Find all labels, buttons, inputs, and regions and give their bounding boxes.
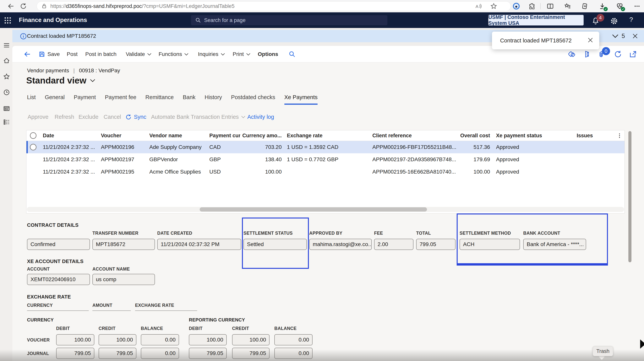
scrollbar-thumb[interactable] [200,207,427,212]
functions-menu-button[interactable]: Functions [158,50,188,59]
col-currency-amount[interactable]: Currency amo... [240,130,282,141]
command-search-icon[interactable] [288,50,296,59]
extensions-icon[interactable] [528,2,536,10]
inquiries-menu-button[interactable]: Inquiries [198,50,225,59]
browser-back-icon[interactable] [7,2,15,10]
page-back-button[interactable] [24,50,31,59]
col-vendor-name[interactable]: Vendor name [149,130,208,141]
contract-status-field[interactable]: Confirmed [27,239,90,250]
approved-by-field[interactable]: mahima.rastogi@xe.co... [309,239,372,250]
date-created-field[interactable]: 11/21/2024 02:37:32 PM [157,239,241,250]
dynamics-icon[interactable] [583,50,591,59]
journal-rep-balance-field[interactable]: 0.00 [274,348,312,359]
company-picker[interactable]: USMF | Contoso Entertainment System USA [488,15,584,25]
toast-close-icon[interactable] [587,37,594,44]
waffle-icon[interactable] [4,16,12,25]
journal-rep-debit-field[interactable]: 799.05 [189,348,227,359]
tab-history[interactable]: History [204,94,222,105]
post-in-batch-button[interactable]: Post in batch [85,50,116,59]
modules-list-icon[interactable] [3,118,10,126]
voucher-rep-balance-field[interactable]: 0.00 [274,334,312,345]
table-row[interactable]: 11/21/2024 2:37:32 ... APPM002196 Ade Su… [26,141,624,153]
table-row[interactable]: 11/21/2024 2:37:32 ... APPM002197 GBPVen… [26,153,624,166]
home-icon[interactable] [3,57,10,65]
message-bar-close-icon[interactable] [632,33,638,40]
activity-log-button[interactable]: Activity log [247,114,274,120]
attachments-paperclip-icon[interactable]: 0 [597,50,605,59]
workspaces-icon[interactable] [3,105,10,112]
print-menu-button[interactable]: Print [233,50,250,59]
voucher-debit-field[interactable]: 100.00 [56,334,94,345]
gear-icon[interactable] [610,17,618,26]
col-issues[interactable]: Issues [550,130,593,141]
password-manager-icon[interactable] [512,2,520,10]
cancel-button[interactable]: Cancel [104,114,121,120]
tab-bank[interactable]: Bank [183,94,196,105]
voucher-rep-credit-field[interactable]: 100.00 [232,334,270,345]
journal-rep-credit-field[interactable]: 799.05 [232,348,270,359]
account-field[interactable]: XEMT0220406910 [27,274,90,285]
post-button[interactable]: Post [67,50,78,59]
journal-credit-field[interactable]: 799.05 [98,348,136,359]
col-exchange-rate[interactable]: Exchange rate [287,130,366,141]
page-vertical-scrollbar[interactable] [628,131,632,262]
message-bar-chevron-icon[interactable] [612,34,618,39]
col-voucher[interactable]: Voucher [101,130,148,141]
favorite-star-icon[interactable] [490,3,497,10]
split-screen-icon[interactable] [546,2,554,10]
tab-payment-fee[interactable]: Payment fee [105,94,136,105]
tab-xe-payments[interactable]: Xe Payments [284,94,318,105]
tab-remittance[interactable]: Remittance [146,94,174,105]
journal-balance-field[interactable]: 0.00 [141,348,179,359]
voucher-rep-debit-field[interactable]: 100.00 [189,334,227,345]
hamburger-menu-icon[interactable] [3,41,10,49]
col-date[interactable]: Date [43,130,100,141]
browser-refresh-icon[interactable] [20,2,27,10]
browser-essentials-icon[interactable] [616,2,624,10]
transfer-number-field[interactable]: MPT185672 [92,239,155,250]
browser-more-icon[interactable] [633,2,641,10]
recent-clock-icon[interactable] [3,88,10,96]
open-in-new-window-icon[interactable] [629,50,637,59]
grid-horizontal-scrollbar[interactable] [27,207,624,212]
breadcrumb-page[interactable]: Vendor payments [27,67,69,74]
options-button[interactable]: Options [258,50,278,59]
col-xe-payment-status[interactable]: Xe payment status [496,130,550,141]
view-switcher[interactable]: Standard view [26,75,95,86]
voucher-credit-field[interactable]: 100.00 [98,334,136,345]
more-vertical-icon[interactable]: ⋮ [616,130,623,141]
address-bar[interactable]: https://d365finops-sand.hifxpreprod.poc/… [37,1,511,11]
site-lock-icon[interactable] [42,3,47,9]
select-all-radio[interactable] [30,132,36,139]
power-apps-icon[interactable] [568,50,576,59]
voucher-balance-field[interactable]: 0.00 [141,334,179,345]
fee-field[interactable]: 2.00 [374,239,414,250]
tab-general[interactable]: General [45,94,65,105]
sync-button[interactable]: Sync [126,114,146,120]
read-aloud-icon[interactable]: A [475,3,482,9]
refresh-page-icon[interactable] [614,50,622,59]
row-radio[interactable] [30,144,36,150]
col-payment-currency[interactable]: Payment curre... [209,130,240,141]
automate-bank-transaction-entries-button[interactable]: Automate Bank Transaction Entries [151,114,246,120]
approve-button[interactable]: Approve [28,114,48,120]
total-field[interactable]: 799.05 [416,239,456,250]
col-overall-cost[interactable]: Overall cost [457,130,490,141]
refresh-button[interactable]: Refresh [54,114,74,120]
tab-postdated-checks[interactable]: Postdated checks [231,94,275,105]
collections-icon[interactable] [564,2,572,10]
account-name-field[interactable]: us comp [92,274,155,285]
tab-list[interactable]: List [27,94,36,105]
app-title[interactable]: Finance and Operations [19,16,87,23]
wallet-icon[interactable] [581,2,589,10]
tab-payment[interactable]: Payment [74,94,96,105]
downloads-icon[interactable] [598,2,606,10]
favorites-star-icon[interactable] [3,73,10,80]
table-row[interactable]: 11/21/2024 2:37:32 ... APPM002195 Acme O… [26,166,624,178]
save-button[interactable]: Save [38,50,60,59]
global-search-input[interactable]: Search for a page [191,15,388,25]
validate-menu-button[interactable]: Validate [126,50,152,59]
col-client-reference[interactable]: Client reference [372,130,457,141]
journal-debit-field[interactable]: 799.05 [56,348,94,359]
exclude-button[interactable]: Exclude [78,114,98,120]
